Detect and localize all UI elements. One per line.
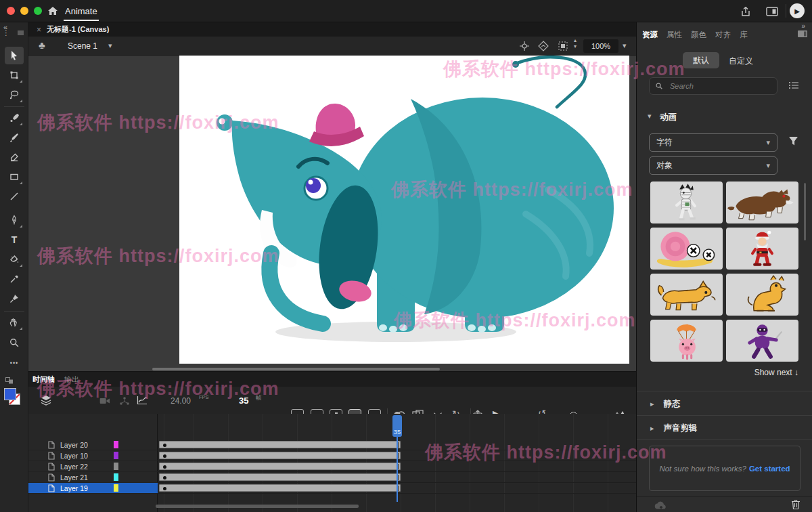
- layer-depth-graph-icon[interactable]: [137, 396, 148, 405]
- animation-section-label[interactable]: 动画: [660, 112, 677, 123]
- minimize-window-button[interactable]: [20, 7, 28, 15]
- search-box[interactable]: [649, 77, 777, 95]
- asset-thumbnail-dog-crouching[interactable]: [650, 274, 723, 316]
- line-tool[interactable]: [5, 188, 24, 205]
- tab-library[interactable]: 库: [740, 30, 748, 40]
- list-view-icon[interactable]: [788, 81, 799, 90]
- free-transform-tool[interactable]: [5, 66, 24, 84]
- rotation-tool-icon[interactable]: [538, 41, 549, 51]
- zoom-dropdown-chevron-icon[interactable]: ▾: [623, 41, 627, 50]
- asset-thumbnail-dog-sitting[interactable]: [726, 274, 798, 316]
- zoom-stepper[interactable]: ▴ ▾: [574, 37, 577, 49]
- layer-color-swatch[interactable]: [114, 463, 118, 470]
- filter-icon[interactable]: [788, 136, 798, 146]
- more-tools-button[interactable]: •••: [5, 354, 24, 372]
- timeline-horizontal-scrollbar[interactable]: [156, 505, 359, 508]
- layer-name: Layer 22: [60, 463, 88, 471]
- zoom-step-down-icon[interactable]: ▾: [574, 43, 577, 49]
- delete-asset-icon[interactable]: [791, 499, 800, 510]
- tab-timeline[interactable]: 时间轴: [32, 375, 55, 385]
- scene-dropdown-chevron-icon[interactable]: ▾: [108, 41, 112, 50]
- eraser-tool[interactable]: [5, 148, 24, 166]
- center-stage-icon[interactable]: [520, 41, 529, 51]
- tab-output[interactable]: 输出: [64, 375, 79, 385]
- cloud-sync-icon[interactable]: [654, 500, 668, 511]
- selection-tool[interactable]: [5, 47, 24, 64]
- fluid-brush-tool[interactable]: [5, 109, 24, 127]
- close-document-icon[interactable]: ×: [37, 25, 41, 35]
- rectangle-tool[interactable]: [5, 168, 24, 186]
- symbol-club-icon[interactable]: ♣: [39, 39, 45, 51]
- tab-default[interactable]: 默认: [683, 52, 719, 68]
- tools-divider: [4, 106, 24, 107]
- zoom-level-value[interactable]: 100%: [583, 39, 618, 53]
- fill-color-swatch[interactable]: [4, 388, 16, 400]
- layer-row[interactable]: Layer 10: [28, 450, 158, 461]
- layer-color-swatch[interactable]: [114, 473, 118, 481]
- text-tool[interactable]: T: [5, 231, 24, 249]
- close-window-button[interactable]: [7, 7, 15, 15]
- frame-span[interactable]: [159, 463, 401, 470]
- current-frame-value[interactable]: 35: [239, 396, 248, 406]
- swap-colors-icon[interactable]: [5, 377, 14, 384]
- pen-tool[interactable]: [5, 211, 24, 229]
- clip-content-icon[interactable]: [558, 41, 568, 51]
- layer-parenting-icon[interactable]: [119, 396, 130, 406]
- frame-span[interactable]: [159, 473, 401, 481]
- panel-menu-icon[interactable]: [798, 30, 807, 37]
- tab-custom[interactable]: 自定义: [729, 56, 753, 67]
- static-section-header[interactable]: ▸ 静态: [637, 391, 812, 416]
- frame-span[interactable]: [159, 441, 401, 448]
- canvas-horizontal-scrollbar[interactable]: [152, 368, 440, 370]
- scene-breadcrumb[interactable]: Scene 1: [68, 41, 97, 51]
- asset-thumbnail-ninja[interactable]: [726, 320, 798, 362]
- layer-color-swatch[interactable]: [114, 452, 118, 459]
- tab-assets[interactable]: 资源: [642, 30, 658, 40]
- asset-warp-pin-tool[interactable]: [5, 290, 24, 307]
- fps-value[interactable]: 24.00: [171, 396, 191, 406]
- document-tab-title[interactable]: 无标题-1 (Canvas): [47, 24, 109, 35]
- hand-tool[interactable]: [5, 314, 24, 331]
- eyedropper-tool[interactable]: [5, 270, 24, 288]
- frame-span[interactable]: [159, 452, 401, 459]
- pasteboard[interactable]: [28, 56, 636, 371]
- layer-row-selected[interactable]: Layer 19: [28, 483, 158, 494]
- layers-icon[interactable]: [40, 395, 52, 406]
- assets-scrollbar[interactable]: [804, 183, 806, 240]
- zoom-step-up-icon[interactable]: ▴: [574, 37, 577, 43]
- asset-thumbnail-mummy[interactable]: [650, 182, 723, 223]
- zoom-window-button[interactable]: [34, 7, 42, 15]
- classic-brush-tool[interactable]: [5, 129, 24, 146]
- object-dropdown[interactable]: 对象 ▾: [649, 156, 777, 175]
- lasso-tool[interactable]: [5, 86, 24, 104]
- layer-row[interactable]: Layer 20: [28, 440, 158, 450]
- home-icon[interactable]: [47, 6, 58, 16]
- zoom-tool[interactable]: [5, 334, 24, 351]
- workspace-icon[interactable]: [766, 7, 778, 16]
- tab-color[interactable]: 颜色: [691, 30, 706, 40]
- sound-section-header[interactable]: ▸ 声音剪辑: [637, 416, 812, 440]
- layer-color-swatch[interactable]: [114, 484, 118, 492]
- asset-thumbnail-werewolf[interactable]: [726, 182, 798, 223]
- layer-row[interactable]: Layer 21: [28, 472, 158, 483]
- search-input[interactable]: [669, 81, 763, 91]
- paint-bucket-tool[interactable]: [5, 251, 24, 268]
- get-started-link[interactable]: Get started: [749, 465, 790, 473]
- share-icon[interactable]: [740, 5, 752, 18]
- asset-thumbnail-snail[interactable]: [650, 228, 723, 270]
- animation-section-chevron-icon[interactable]: ▾: [648, 112, 652, 121]
- frame-span[interactable]: [159, 484, 401, 492]
- show-next-button[interactable]: Show next ↓: [754, 368, 798, 377]
- camera-icon[interactable]: [99, 397, 110, 405]
- layer-row[interactable]: Layer 22: [28, 461, 158, 472]
- stage-canvas[interactable]: [179, 56, 629, 364]
- playhead-line[interactable]: [397, 437, 398, 502]
- asset-thumbnail-santa[interactable]: [726, 228, 798, 270]
- asset-thumbnail-pig-parachute[interactable]: [650, 320, 723, 362]
- tab-animate[interactable]: Animate: [61, 0, 102, 22]
- tab-properties[interactable]: 属性: [667, 30, 682, 40]
- layer-color-swatch[interactable]: [114, 441, 118, 448]
- test-movie-play-button[interactable]: ▶: [790, 3, 805, 18]
- tab-align[interactable]: 对齐: [715, 30, 731, 40]
- character-dropdown[interactable]: 字符 ▾: [649, 133, 777, 152]
